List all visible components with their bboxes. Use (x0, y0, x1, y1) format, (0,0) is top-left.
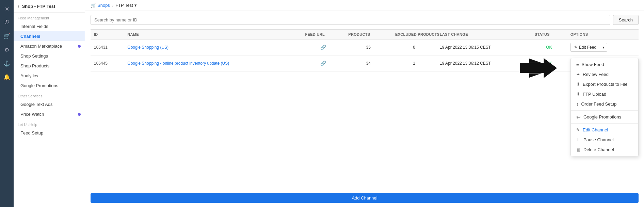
breadcrumb-separator: › (112, 3, 113, 8)
order-feed-setup-item[interactable]: ↕ Order Feed Setup (571, 99, 638, 109)
row2-excluded: 1 (392, 55, 436, 71)
sidebar-item-internal-fields[interactable]: Internal Fields (14, 21, 85, 31)
channels-table: ID NAME FEED URL PRODUCTS EXCLUDED PRODU… (91, 29, 639, 71)
section-label-other-services: Other Services (14, 91, 85, 99)
edit-feed-label: Edit Feed (579, 45, 596, 50)
bell-icon[interactable]: 🔔 (1, 71, 13, 83)
review-feed-item[interactable]: ✦ Review Feed (571, 69, 638, 79)
row1-products: 35 (345, 39, 392, 55)
status-badge: OK (546, 45, 552, 50)
webhook-icon[interactable]: ⚓ (1, 57, 13, 69)
row1-excluded: 0 (392, 39, 436, 55)
internal-fields-label: Internal Fields (20, 24, 48, 29)
sidebar-item-shop-products[interactable]: Shop Products (14, 61, 85, 71)
breadcrumb-current-label: FTP Test (115, 3, 133, 8)
export-icon: ⬇ (576, 82, 580, 87)
edit-icon: ✎ (574, 45, 578, 50)
order-feed-icon: ↕ (576, 101, 579, 107)
row2-name: Google Shopping - online product invento… (124, 55, 302, 71)
row1-options: ✎ Edit Feed ▾ (567, 39, 639, 55)
export-products-item[interactable]: ⬇ Export Products to File (571, 79, 638, 89)
col-feed-url: FEED URL (302, 30, 345, 39)
sidebar-item-shop-settings[interactable]: Shop Settings (14, 51, 85, 61)
options-dropdown-toggle[interactable]: ▾ (600, 43, 607, 52)
feed-url-icon[interactable]: 🔗 (320, 45, 326, 50)
sidebar-item-google-text-ads[interactable]: Google Text Ads (14, 99, 85, 109)
amazon-dot (78, 45, 81, 48)
status-badge-2: OK (546, 61, 552, 66)
pause-channel-item[interactable]: ⏸ Pause Channel (571, 135, 638, 145)
breadcrumb: 🛒 Shops › FTP Test ▾ (85, 0, 644, 11)
breadcrumb-dropdown-icon[interactable]: ▾ (134, 3, 137, 8)
sidebar-item-price-watch[interactable]: Price Watch (14, 109, 85, 119)
shop-products-label: Shop Products (20, 63, 49, 68)
price-watch-dot (78, 113, 81, 116)
google-promotions-item[interactable]: 🏷 Google Promotions (571, 112, 638, 122)
order-feed-setup-label: Order Feed Setup (581, 101, 617, 107)
sidebar-item-feed-setup[interactable]: Feed Setup (14, 128, 85, 138)
edit-channel-icon: ✎ (576, 127, 580, 132)
ftp-upload-label: FTP Upload (583, 92, 606, 97)
sidebar-item-google-promotions[interactable]: Google Promotions (14, 81, 85, 91)
pause-channel-icon: ⏸ (576, 137, 581, 142)
nav-title: Shop - FTP Test (22, 4, 55, 9)
sidebar-item-amazon-marketplace[interactable]: Amazon Marketplace (14, 41, 85, 51)
row2-last-change: 19 Apr 2022 13:36:12 CEST (436, 55, 531, 71)
row1-feed-url[interactable]: 🔗 (302, 39, 345, 55)
feed-url-icon-2[interactable]: 🔗 (320, 61, 326, 66)
gear-icon[interactable]: ⚙ (1, 44, 13, 56)
row1-name: Google Shopping (US) (124, 39, 302, 55)
delete-channel-label: Delete Channel (583, 147, 614, 152)
col-last-change: LAST CHANGE (436, 30, 531, 39)
search-input[interactable] (91, 15, 610, 25)
google-promotions-menu-label: Google Promotions (583, 114, 621, 120)
channels-label: Channels (20, 34, 41, 39)
analytics-label: Analytics (20, 73, 38, 78)
options-group: ✎ Edit Feed ▾ (570, 43, 635, 52)
row2-status: OK (531, 55, 567, 71)
add-channel-button[interactable]: Add Channel (91, 193, 639, 203)
google-text-ads-label: Google Text Ads (20, 102, 52, 107)
col-products: PRODUCTS (345, 30, 392, 39)
show-feed-icon: ≡ (576, 62, 579, 67)
show-feed-item[interactable]: ≡ Show Feed (571, 60, 638, 69)
col-id: ID (91, 30, 124, 39)
review-feed-icon: ✦ (576, 72, 580, 77)
edit-channel-item[interactable]: ✎ Edit Channel (571, 125, 638, 135)
sidebar-item-channels[interactable]: Channels (14, 31, 85, 41)
col-excluded-products: EXCLUDED PRODUCTS (392, 30, 436, 39)
row2-feed-url[interactable]: 🔗 (302, 55, 345, 71)
row2-name-link[interactable]: Google Shopping - online product invento… (127, 61, 229, 66)
cart-icon[interactable]: 🛒 (1, 30, 13, 42)
row1-status: OK (531, 39, 567, 55)
row1-id: 106431 (91, 39, 124, 55)
clock-icon[interactable]: ⏱ (1, 16, 13, 29)
google-promotions-icon: 🏷 (576, 114, 581, 120)
search-button[interactable]: Search (613, 15, 639, 25)
col-name: NAME (124, 30, 302, 39)
col-status: STATUS (531, 30, 567, 39)
row2-products: 34 (345, 55, 392, 71)
col-options: OPTIONS (567, 30, 639, 39)
table-row: 106445 Google Shopping - online product … (91, 55, 639, 71)
divider-1 (571, 110, 638, 111)
nav-header: ‹ Shop - FTP Test (14, 0, 85, 13)
amazon-marketplace-label: Amazon Marketplace (20, 44, 62, 49)
close-icon[interactable]: ✕ (1, 3, 13, 15)
shops-crumb-label: Shops (97, 3, 110, 8)
row1-last-change: 19 Apr 2022 13:36:15 CEST (436, 39, 531, 55)
left-nav: ‹ Shop - FTP Test Feed Management Intern… (14, 0, 85, 207)
delete-channel-item[interactable]: 🗑 Delete Channel (571, 145, 638, 155)
delete-channel-icon: 🗑 (576, 147, 581, 152)
sidebar-item-analytics[interactable]: Analytics (14, 71, 85, 81)
breadcrumb-shops-link[interactable]: 🛒 Shops (91, 3, 110, 8)
edit-feed-button[interactable]: ✎ Edit Feed (570, 43, 600, 52)
review-feed-label: Review Feed (583, 72, 609, 77)
row1-name-link[interactable]: Google Shopping (US) (127, 45, 168, 50)
cart-breadcrumb-icon: 🛒 (91, 3, 96, 8)
icon-sidebar: ✕ ⏱ 🛒 ⚙ ⚓ 🔔 (0, 0, 14, 207)
back-icon[interactable]: ‹ (18, 3, 19, 9)
main-content: 🛒 Shops › FTP Test ▾ Search ID NAME FEED… (85, 0, 644, 207)
ftp-upload-item[interactable]: ⬇ FTP Upload (571, 89, 638, 99)
row2-id: 106445 (91, 55, 124, 71)
